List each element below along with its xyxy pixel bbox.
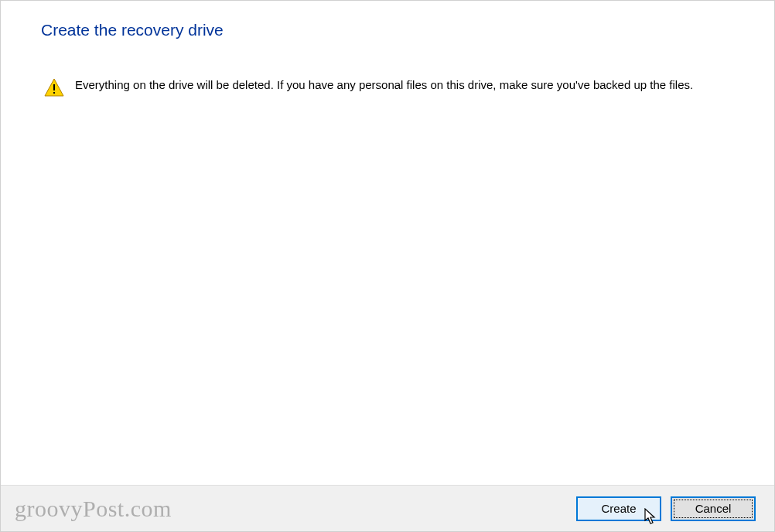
cancel-button[interactable]: Cancel bbox=[671, 496, 756, 521]
button-bar: groovyPost.com Create Cancel bbox=[1, 485, 774, 531]
svg-rect-1 bbox=[53, 84, 55, 90]
warning-message: Everything on the drive will be deleted.… bbox=[75, 77, 693, 94]
wizard-window: Create the recovery drive Everything on … bbox=[0, 0, 775, 532]
page-title: Create the recovery drive bbox=[41, 21, 734, 39]
svg-rect-2 bbox=[53, 92, 55, 94]
content-area: Create the recovery drive Everything on … bbox=[1, 1, 774, 485]
watermark-text: groovyPost.com bbox=[15, 496, 172, 522]
create-button[interactable]: Create bbox=[576, 496, 661, 521]
warning-row: Everything on the drive will be deleted.… bbox=[41, 77, 734, 97]
warning-icon bbox=[44, 78, 64, 97]
